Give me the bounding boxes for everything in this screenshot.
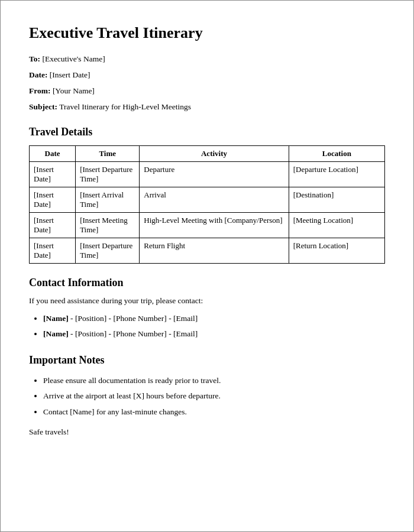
meta-date: Date: [Insert Date] [29,70,385,81]
contact-details: - [Position] - [Phone Number] - [Email] [69,314,198,323]
list-item: [Name] - [Position] - [Phone Number] - [… [43,312,385,326]
cell-activity: Departure [140,161,289,187]
col-header-time: Time [76,145,140,161]
cell-location: [Destination] [289,187,384,212]
col-header-activity: Activity [140,145,289,161]
cell-location: [Departure Location] [289,161,384,187]
meta-to: To: [Executive's Name] [29,54,385,65]
list-item: Please ensure all documentation is ready… [43,374,385,388]
notes-list: Please ensure all documentation is ready… [43,374,385,419]
cell-time: [Insert Departure Time] [76,161,140,187]
table-row: [Insert Date] [Insert Departure Time] De… [30,161,385,187]
meta-from: From: [Your Name] [29,86,385,97]
table-row: [Insert Date] [Insert Departure Time] Re… [30,238,385,263]
travel-details-title: Travel Details [29,126,385,138]
cell-activity: Return Flight [140,238,289,263]
date-value: [Insert Date] [50,70,90,79]
cell-date: [Insert Date] [30,238,76,263]
cell-date: [Insert Date] [30,161,76,187]
list-item: Contact [Name] for any last-minute chang… [43,405,385,419]
cell-time: [Insert Meeting Time] [76,212,140,238]
table-row: [Insert Date] [Insert Meeting Time] High… [30,212,385,238]
from-label: From: [29,86,51,95]
contact-name: [Name] [43,314,69,323]
document-title: Executive Travel Itinerary [29,24,385,42]
travel-table: Date Time Activity Location [Insert Date… [29,145,385,264]
document-page: Executive Travel Itinerary To: [Executiv… [0,0,414,532]
contact-list: [Name] - [Position] - [Phone Number] - [… [43,312,385,342]
cell-time: [Insert Arrival Time] [76,187,140,212]
closing-text: Safe travels! [29,427,385,437]
cell-location: [Return Location] [289,238,384,263]
date-label: Date: [29,70,47,79]
important-notes-title: Important Notes [29,354,385,366]
list-item: [Name] - [Position] - [Phone Number] - [… [43,327,385,341]
subject-value: Travel Itinerary for High-Level Meetings [59,102,191,111]
to-label: To: [29,54,40,63]
cell-date: [Insert Date] [30,187,76,212]
to-value: [Executive's Name] [42,54,105,63]
cell-date: [Insert Date] [30,212,76,238]
contact-details: - [Position] - [Phone Number] - [Email] [69,329,198,338]
col-header-date: Date [30,145,76,161]
from-value: [Your Name] [53,86,95,95]
contact-intro: If you need assistance during your trip,… [29,296,385,306]
cell-location: [Meeting Location] [289,212,384,238]
contact-info-title: Contact Information [29,277,385,289]
cell-activity: High-Level Meeting with [Company/Person] [140,212,289,238]
col-header-location: Location [289,145,384,161]
meta-subject: Subject: Travel Itinerary for High-Level… [29,102,385,113]
list-item: Arrive at the airport at least [X] hours… [43,389,385,403]
cell-activity: Arrival [140,187,289,212]
cell-time: [Insert Departure Time] [76,238,140,263]
table-row: [Insert Date] [Insert Arrival Time] Arri… [30,187,385,212]
subject-label: Subject: [29,102,57,111]
contact-name: [Name] [43,329,69,338]
